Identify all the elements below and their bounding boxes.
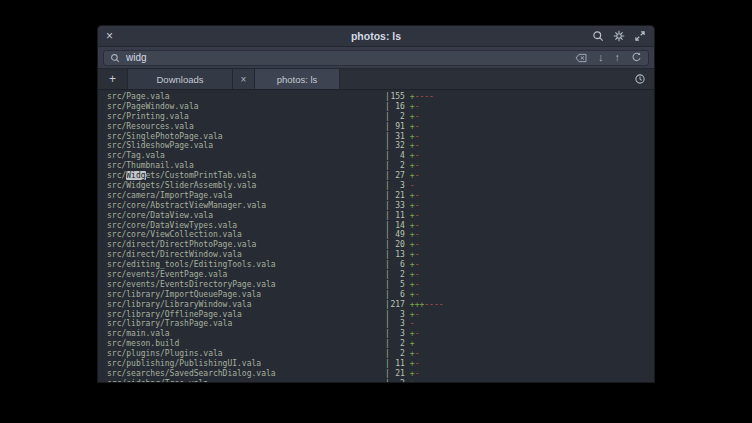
file-path: src/Page.vala	[107, 92, 385, 102]
diff-stat-line: src/events/EventPage.vala|2+-	[107, 270, 654, 280]
change-count: 6	[390, 260, 405, 270]
file-path: src/Widgets/CustomPrintTab.vala	[107, 171, 385, 181]
search-icon[interactable]	[592, 30, 604, 42]
minus-marks: -	[415, 349, 420, 358]
diff-stat-line: src/Printing.vala|2+-	[107, 112, 654, 122]
history-clock-icon[interactable]	[626, 69, 654, 89]
search-controls: ↓ ↑	[575, 52, 642, 63]
diff-stat-line: src/Widgets/CustomPrintTab.vala|27+-	[107, 171, 654, 181]
diff-marks: +-	[410, 211, 420, 221]
diff-marks: +-	[410, 250, 420, 260]
file-path: src/library/LibraryWindow.vala	[107, 300, 385, 310]
diff-stat-line: src/sidebar/Tree.vala|2+-	[107, 379, 654, 382]
diff-stat-line: src/Resources.vala|91+-	[107, 122, 654, 132]
new-tab-button[interactable]: +	[98, 69, 128, 89]
file-path: src/editing_tools/EditingTools.vala	[107, 260, 385, 270]
change-count: 3	[390, 319, 405, 329]
change-count: 4	[390, 151, 405, 161]
diff-stat-line: src/Thumbnail.vala|2+-	[107, 161, 654, 171]
diff-stat-line: src/publishing/PublishingUI.vala|11+-	[107, 359, 654, 369]
change-count: 16	[390, 102, 405, 112]
diff-stat-line: src/searches/SavedSearchDialog.vala|21+-	[107, 369, 654, 379]
plus-marks: +	[410, 339, 415, 348]
diff-stat-line: src/PageWindow.vala|16+-	[107, 102, 654, 112]
diff-stat-line: src/Tag.vala|4+-	[107, 151, 654, 161]
change-count: 11	[390, 359, 405, 369]
change-count: 21	[390, 369, 405, 379]
minus-marks: -	[410, 181, 415, 190]
file-path: src/library/TrashPage.vala	[107, 319, 385, 329]
diff-marks: +-	[410, 221, 420, 231]
diff-marks: +	[410, 339, 415, 349]
diff-stat-line: src/library/ImportQueuePage.vala|6+-	[107, 290, 654, 300]
file-path: src/library/ImportQueuePage.vala	[107, 290, 385, 300]
minus-marks: -	[410, 319, 415, 328]
search-icon	[110, 53, 120, 63]
diff-stat-line: src/Widgets/SliderAssembly.vala|3-	[107, 181, 654, 191]
minus-marks: -	[415, 250, 420, 259]
file-path: src/Widgets/SliderAssembly.vala	[107, 181, 385, 191]
diff-stat-line: src/SlideshowPage.vala|32+-	[107, 141, 654, 151]
next-match-arrow-down-icon[interactable]: ↓	[598, 52, 604, 63]
diff-marks: +++----	[410, 300, 444, 310]
change-count: 3	[390, 310, 405, 320]
wrap-around-icon[interactable]	[631, 52, 642, 63]
diff-marks: +-	[410, 290, 420, 300]
diff-marks: -	[410, 319, 415, 329]
minus-marks: -	[415, 270, 420, 279]
minus-marks: -	[415, 260, 420, 269]
change-count: 2	[390, 349, 405, 359]
file-path: src/Printing.vala	[107, 112, 385, 122]
change-count: 11	[390, 211, 405, 221]
minus-marks: -	[415, 151, 420, 160]
prev-match-arrow-up-icon[interactable]: ↑	[615, 52, 621, 63]
change-count: 27	[390, 171, 405, 181]
terminal-output[interactable]: src/Page.vala|155+----src/PageWindow.val…	[98, 90, 654, 382]
change-count: 13	[390, 250, 405, 260]
diff-marks: +-	[410, 379, 420, 382]
change-count: 2	[390, 161, 405, 171]
change-count: 5	[390, 280, 405, 290]
minus-marks: -	[415, 240, 420, 249]
diff-marks: +-	[410, 191, 420, 201]
minus-marks: -	[415, 112, 420, 121]
change-count: 6	[390, 290, 405, 300]
terminal-window: × photos: ls widg ↓	[98, 26, 654, 382]
minus-marks: -	[415, 191, 420, 200]
file-path: src/core/AbstractViewManager.vala	[107, 201, 385, 211]
diff-stat-line: src/meson.build|2+	[107, 339, 654, 349]
diff-stat-line: src/main.vala|3+-	[107, 329, 654, 339]
tab-downloads[interactable]: Downloads	[128, 69, 233, 89]
tab-photos-ls[interactable]: photos: ls	[255, 69, 340, 89]
diff-marks: +-	[410, 329, 420, 339]
search-query-text: widg	[126, 53, 147, 63]
tab-downloads-close-button[interactable]: ×	[233, 69, 255, 89]
tab-downloads-label: Downloads	[157, 74, 204, 85]
search-input[interactable]: widg ↓ ↑	[103, 50, 649, 66]
diff-marks: +-	[410, 369, 420, 379]
diff-marks: +-	[410, 102, 420, 112]
change-count: 3	[390, 329, 405, 339]
file-path: src/Tag.vala	[107, 151, 385, 161]
backspace-clear-icon[interactable]	[575, 53, 587, 63]
fullscreen-icon[interactable]	[634, 30, 646, 42]
file-path: src/plugins/Plugins.vala	[107, 349, 385, 359]
window-close-button[interactable]: ×	[106, 30, 122, 42]
diff-stat-line: src/library/TrashPage.vala|3-	[107, 319, 654, 329]
minus-marks: -	[415, 201, 420, 210]
change-count: 217	[390, 300, 405, 310]
diff-marks: +-	[410, 359, 420, 369]
change-count: 49	[390, 230, 405, 240]
gear-icon[interactable]	[613, 30, 625, 42]
search-match-highlight: Widg	[126, 171, 145, 180]
minus-marks: -	[415, 230, 420, 239]
file-path: src/SinglePhotoPage.vala	[107, 132, 385, 142]
file-path: src/camera/ImportPage.vala	[107, 191, 385, 201]
change-count: 2	[390, 112, 405, 122]
diff-marks: +-	[410, 280, 420, 290]
diff-marks: +-	[410, 230, 420, 240]
file-path: src/core/ViewCollection.vala	[107, 230, 385, 240]
diff-marks: +-	[410, 132, 420, 142]
tab-bar: + Downloads × photos: ls	[98, 69, 654, 90]
minus-marks: -	[415, 290, 420, 299]
